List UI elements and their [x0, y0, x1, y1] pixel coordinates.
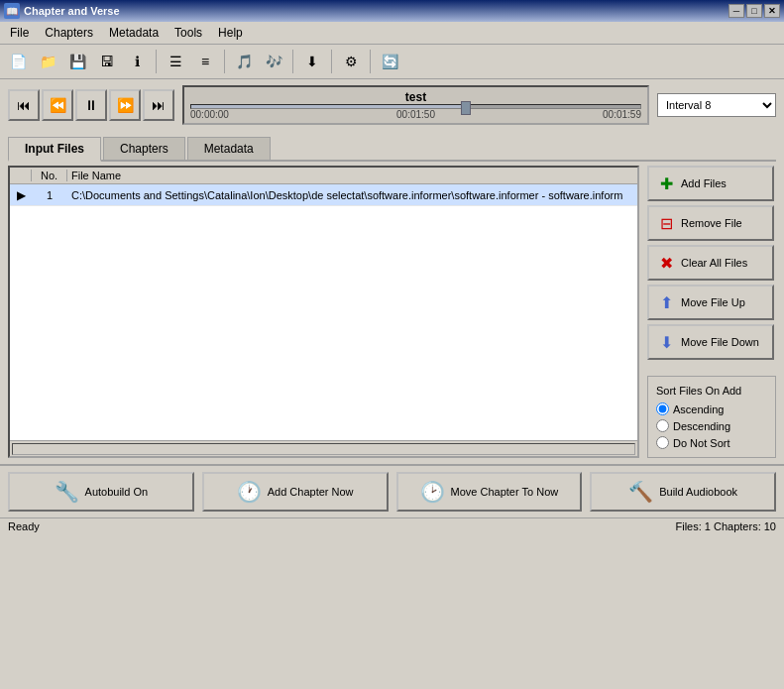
- col-name-header: File Name: [67, 170, 637, 181]
- add-chapter-icon: 🕐: [237, 480, 262, 504]
- bottom-bar: 🔧 Autobuild On 🕐 Add Chapter Now 🕑 Move …: [0, 464, 784, 517]
- player-forward[interactable]: ⏩: [109, 89, 141, 121]
- autobuild-on-button[interactable]: 🔧 Autobuild On: [8, 472, 194, 512]
- toolbar-audio1[interactable]: 🎵: [230, 48, 258, 75]
- toolbar-sep-3: [292, 50, 293, 73]
- add-files-button[interactable]: ✚ Add Files: [647, 166, 774, 201]
- status-right: Files: 1 Chapters: 10: [676, 520, 777, 532]
- menu-metadata[interactable]: Metadata: [103, 24, 165, 42]
- build-audiobook-icon: 🔨: [628, 480, 653, 504]
- toolbar-settings[interactable]: ⚙: [337, 48, 365, 75]
- tab-input-files[interactable]: Input Files: [8, 137, 101, 162]
- move-file-up-button[interactable]: ⬆ Move File Up: [647, 285, 774, 320]
- move-file-down-label: Move File Down: [681, 336, 759, 348]
- add-files-label: Add Files: [681, 177, 727, 189]
- remove-file-button[interactable]: ⊟ Remove File: [647, 205, 774, 241]
- toolbar-save-as[interactable]: 🖫: [93, 48, 121, 75]
- clear-icon: ✖: [655, 252, 677, 274]
- menu-help[interactable]: Help: [212, 24, 249, 42]
- build-audiobook-label: Build Audiobook: [659, 486, 737, 498]
- sort-ascending[interactable]: Ascending: [656, 402, 767, 415]
- progress-track[interactable]: [190, 104, 641, 109]
- right-buttons: ✚ Add Files ⊟ Remove File ✖ Clear All Fi…: [647, 166, 776, 458]
- minimize-button[interactable]: ─: [728, 4, 744, 18]
- player-next[interactable]: ⏭: [143, 89, 174, 121]
- file-list: No. File Name ▶ 1 C:\Documents and Setti…: [8, 166, 639, 458]
- toolbar-list2[interactable]: ≡: [191, 48, 219, 75]
- row-filename: C:\Documents and Settings\Catalina\Ion\D…: [67, 189, 637, 201]
- sort-do-not-sort-radio[interactable]: [656, 436, 669, 449]
- add-icon: ✚: [655, 172, 677, 194]
- file-area: No. File Name ▶ 1 C:\Documents and Setti…: [8, 166, 776, 458]
- sort-do-not-sort[interactable]: Do Not Sort: [656, 436, 767, 449]
- player-rewind[interactable]: ⏪: [42, 89, 73, 121]
- menu-tools[interactable]: Tools: [168, 24, 208, 42]
- toolbar-new[interactable]: 📄: [4, 48, 32, 75]
- toolbar-open[interactable]: 📁: [34, 48, 61, 75]
- remove-file-label: Remove File: [681, 217, 742, 229]
- progress-thumb[interactable]: [461, 101, 471, 115]
- status-left: Ready: [8, 520, 40, 532]
- toolbar: 📄 📁 💾 🖫 ℹ ☰ ≡ 🎵 🎶 ⬇ ⚙ 🔄: [0, 45, 784, 79]
- progress-times: 00:00:00 00:01:50 00:01:59: [190, 109, 641, 120]
- move-chapter-to-now-button[interactable]: 🕑 Move Chapter To Now: [396, 472, 583, 512]
- sort-label: Sort Files On Add: [656, 385, 767, 397]
- move-file-up-label: Move File Up: [681, 296, 745, 308]
- sort-descending-label: Descending: [673, 420, 730, 432]
- add-chapter-now-button[interactable]: 🕐 Add Chapter Now: [202, 472, 389, 512]
- col-arrow-header: [10, 170, 32, 181]
- file-list-body[interactable]: ▶ 1 C:\Documents and Settings\Catalina\I…: [10, 184, 637, 440]
- move-chapter-to-now-label: Move Chapter To Now: [451, 486, 559, 498]
- tab-chapters[interactable]: Chapters: [103, 137, 185, 160]
- title-bar: 📖 Chapter and Verse ─ □ ✕: [0, 0, 784, 22]
- app-icon: 📖: [4, 3, 20, 19]
- interval-select[interactable]: Interval 1 Interval 2 Interval 4 Interva…: [657, 93, 776, 117]
- toolbar-sep-1: [156, 50, 157, 73]
- sort-section: Sort Files On Add Ascending Descending D…: [647, 376, 776, 458]
- toolbar-sep-5: [370, 50, 371, 73]
- move-file-down-button[interactable]: ⬇ Move File Down: [647, 324, 774, 360]
- autobuild-on-label: Autobuild On: [85, 486, 149, 498]
- row-no: 1: [32, 189, 67, 201]
- close-button[interactable]: ✕: [764, 4, 780, 18]
- player-pause[interactable]: ⏸: [75, 89, 107, 121]
- sort-descending[interactable]: Descending: [656, 419, 767, 432]
- remove-icon: ⊟: [655, 212, 677, 234]
- tab-metadata[interactable]: Metadata: [187, 137, 271, 160]
- menu-chapters[interactable]: Chapters: [39, 24, 99, 42]
- menu-bar: File Chapters Metadata Tools Help: [0, 22, 784, 45]
- toolbar-save[interactable]: 💾: [63, 48, 91, 75]
- toolbar-import[interactable]: ⬇: [298, 48, 326, 75]
- tabs-container: Input Files Chapters Metadata: [8, 137, 776, 162]
- window-title: Chapter and Verse: [24, 5, 120, 17]
- toolbar-info[interactable]: ℹ: [123, 48, 151, 75]
- scroll-area: [10, 440, 637, 456]
- autobuild-icon: 🔧: [55, 480, 79, 504]
- player-area: ⏮ ⏪ ⏸ ⏩ ⏭ test 00:00:00 00:01:50 00:01:5…: [0, 79, 784, 131]
- clear-all-files-button[interactable]: ✖ Clear All Files: [647, 245, 774, 281]
- progress-fill: [191, 105, 461, 108]
- sort-radio-group: Ascending Descending Do Not Sort: [656, 402, 767, 449]
- track-title: test: [405, 90, 426, 104]
- clear-all-files-label: Clear All Files: [681, 257, 747, 269]
- sort-ascending-radio[interactable]: [656, 402, 669, 415]
- col-no-header: No.: [32, 170, 67, 181]
- move-up-icon: ⬆: [655, 291, 677, 313]
- horizontal-scrollbar[interactable]: [12, 443, 635, 455]
- toolbar-refresh[interactable]: 🔄: [376, 48, 403, 75]
- player-prev[interactable]: ⏮: [8, 89, 40, 121]
- main-content: Input Files Chapters Metadata No. File N…: [0, 131, 784, 464]
- sort-descending-radio[interactable]: [656, 419, 669, 432]
- file-list-header: No. File Name: [10, 168, 637, 184]
- build-audiobook-button[interactable]: 🔨 Build Audiobook: [590, 472, 776, 512]
- table-row[interactable]: ▶ 1 C:\Documents and Settings\Catalina\I…: [10, 184, 637, 206]
- add-chapter-now-label: Add Chapter Now: [268, 486, 354, 498]
- toolbar-list[interactable]: ☰: [162, 48, 189, 75]
- time-mid: 00:01:50: [396, 109, 435, 120]
- maximize-button[interactable]: □: [746, 4, 762, 18]
- menu-file[interactable]: File: [4, 24, 35, 42]
- row-arrow: ▶: [10, 188, 32, 202]
- toolbar-audio2[interactable]: 🎶: [260, 48, 287, 75]
- status-bar: Ready Files: 1 Chapters: 10: [0, 517, 784, 534]
- player-controls: ⏮ ⏪ ⏸ ⏩ ⏭: [8, 89, 174, 121]
